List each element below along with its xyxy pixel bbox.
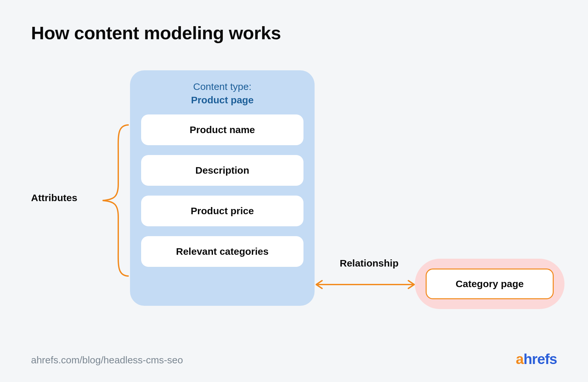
brace-icon — [97, 124, 130, 277]
content-type-label: Content type: — [193, 81, 251, 92]
relationship-label: Relationship — [340, 258, 399, 269]
page-title: How content modeling works — [31, 22, 281, 43]
relationship-arrow-icon — [314, 278, 416, 291]
attribute-item: Product name — [141, 114, 303, 145]
brand-logo: ahrefs — [516, 351, 557, 367]
attribute-item: Product price — [141, 196, 303, 226]
brand-rest: hrefs — [523, 351, 557, 367]
related-type-container: Category page — [415, 259, 564, 309]
attributes-label: Attributes — [31, 192, 77, 203]
content-type-header: Content type: Product page — [141, 80, 303, 107]
content-type-box: Content type: Product page Product name … — [130, 70, 315, 306]
attribute-item: Description — [141, 155, 303, 186]
attribute-list: Product name Description Product price R… — [141, 114, 303, 267]
content-type-name: Product page — [191, 95, 254, 105]
footer-url: ahrefs.com/blog/headless-cms-seo — [31, 355, 183, 366]
brand-first-letter: a — [516, 351, 523, 367]
related-type-box: Category page — [426, 269, 554, 299]
attribute-item: Relevant categories — [141, 236, 303, 267]
diagram-canvas: How content modeling works Attributes Co… — [0, 0, 588, 382]
